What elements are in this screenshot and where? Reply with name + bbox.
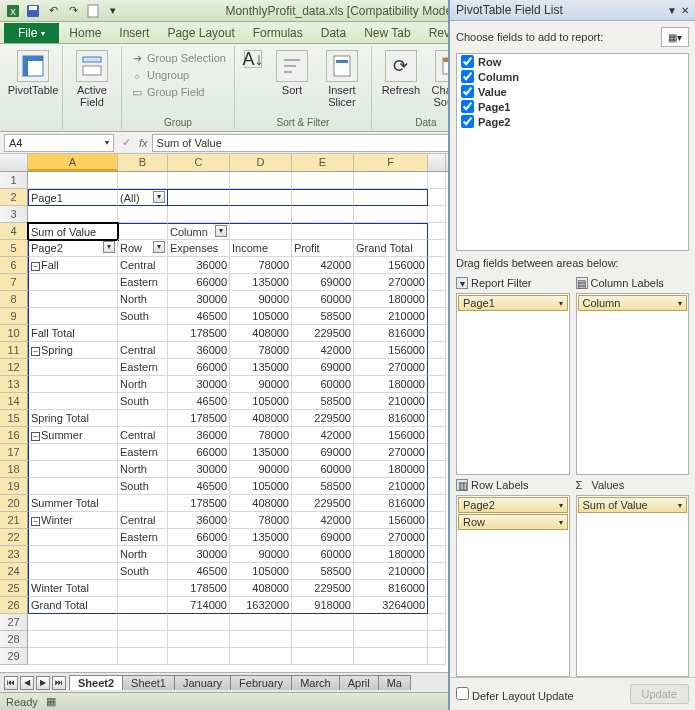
sort-asc-button[interactable]: A↓ bbox=[241, 50, 265, 68]
subtotal-label[interactable]: Summer Total bbox=[28, 495, 118, 512]
row-header[interactable]: 25 bbox=[0, 580, 28, 597]
row-header[interactable]: 6 bbox=[0, 257, 28, 274]
cell[interactable]: 918000 bbox=[292, 597, 354, 614]
cell[interactable] bbox=[428, 444, 446, 461]
cell[interactable]: 180000 bbox=[354, 291, 428, 308]
cell[interactable] bbox=[292, 172, 354, 189]
dropdown-icon[interactable]: ▾ bbox=[104, 2, 122, 20]
cell[interactable]: 135000 bbox=[230, 274, 292, 291]
file-tab[interactable]: File bbox=[4, 23, 59, 43]
cell[interactable]: 156000 bbox=[354, 427, 428, 444]
group-field-button[interactable]: ▭Group Field bbox=[128, 84, 228, 100]
page1-label[interactable]: Page1 bbox=[28, 189, 118, 206]
row-header[interactable]: 15 bbox=[0, 410, 28, 427]
subtotal-label[interactable]: Winter Total bbox=[28, 580, 118, 597]
refresh-button[interactable]: ⟳Refresh bbox=[378, 50, 424, 96]
field-pill[interactable]: Sum of Value bbox=[578, 497, 688, 513]
cell[interactable]: South bbox=[118, 393, 168, 410]
cell[interactable]: 30000 bbox=[168, 291, 230, 308]
cell[interactable] bbox=[28, 461, 118, 478]
ribbon-tab[interactable]: New Tab bbox=[356, 23, 418, 43]
ribbon-tab[interactable]: Data bbox=[313, 23, 354, 43]
save-icon[interactable] bbox=[24, 2, 42, 20]
cell[interactable] bbox=[428, 393, 446, 410]
row-field[interactable]: Row▾ bbox=[118, 240, 168, 257]
cell[interactable] bbox=[28, 546, 118, 563]
cell[interactable]: 69000 bbox=[292, 529, 354, 546]
cell[interactable]: 229500 bbox=[292, 410, 354, 427]
cell[interactable]: 60000 bbox=[292, 461, 354, 478]
redo-icon[interactable]: ↷ bbox=[64, 2, 82, 20]
cell[interactable]: Central bbox=[118, 427, 168, 444]
cell[interactable]: 408000 bbox=[230, 410, 292, 427]
cell[interactable]: 229500 bbox=[292, 495, 354, 512]
cell[interactable]: 90000 bbox=[230, 546, 292, 563]
cell[interactable]: 210000 bbox=[354, 393, 428, 410]
row-header[interactable]: 29 bbox=[0, 648, 28, 665]
cell[interactable]: 46500 bbox=[168, 478, 230, 495]
column-header[interactable]: D bbox=[230, 154, 292, 171]
cell[interactable] bbox=[428, 580, 446, 597]
sheet-tab[interactable]: January bbox=[174, 675, 231, 690]
cell[interactable]: 816000 bbox=[354, 580, 428, 597]
chevron-down-icon[interactable]: ▼ bbox=[667, 5, 677, 16]
cell[interactable] bbox=[428, 614, 446, 631]
field-pill[interactable]: Page1 bbox=[458, 295, 568, 311]
cell[interactable] bbox=[168, 189, 230, 206]
cell[interactable]: 66000 bbox=[168, 444, 230, 461]
cell[interactable] bbox=[168, 648, 230, 665]
cell[interactable] bbox=[428, 597, 446, 614]
cell[interactable] bbox=[428, 563, 446, 580]
column-header[interactable]: C bbox=[168, 154, 230, 171]
sheet-nav-last[interactable]: ⏭ bbox=[52, 676, 66, 690]
cell[interactable] bbox=[28, 359, 118, 376]
cell[interactable] bbox=[428, 512, 446, 529]
cell[interactable]: 36000 bbox=[168, 427, 230, 444]
cell[interactable] bbox=[428, 206, 446, 223]
group-selection-button[interactable]: ➜Group Selection bbox=[128, 50, 228, 66]
collapse-icon[interactable]: − bbox=[31, 517, 40, 526]
cell[interactable]: 90000 bbox=[230, 376, 292, 393]
cell[interactable]: 210000 bbox=[354, 478, 428, 495]
cell[interactable]: 46500 bbox=[168, 308, 230, 325]
cell[interactable]: South bbox=[118, 308, 168, 325]
cell[interactable]: 58500 bbox=[292, 393, 354, 410]
cell[interactable] bbox=[428, 223, 446, 240]
row-header[interactable]: 11 bbox=[0, 342, 28, 359]
dropdown-icon[interactable]: ▾ bbox=[153, 191, 165, 203]
field-list-title-bar[interactable]: PivotTable Field List ▼ ✕ bbox=[450, 0, 695, 21]
sheet-nav-first[interactable]: ⏮ bbox=[4, 676, 18, 690]
cell[interactable] bbox=[28, 308, 118, 325]
cell[interactable] bbox=[428, 631, 446, 648]
cell[interactable]: Profit bbox=[292, 240, 354, 257]
cell[interactable]: 156000 bbox=[354, 512, 428, 529]
cell[interactable]: 42000 bbox=[292, 257, 354, 274]
cell[interactable]: 156000 bbox=[354, 257, 428, 274]
field-checkbox-row[interactable]: Page2 bbox=[457, 114, 688, 129]
field-checkbox[interactable] bbox=[461, 85, 474, 98]
row-header[interactable]: 26 bbox=[0, 597, 28, 614]
cell[interactable]: 78000 bbox=[230, 342, 292, 359]
layout-options-button[interactable]: ▦▾ bbox=[661, 27, 689, 47]
cell[interactable] bbox=[28, 291, 118, 308]
cell[interactable] bbox=[292, 223, 354, 240]
values-area[interactable]: Sum of Value bbox=[576, 495, 690, 677]
field-pill[interactable]: Column bbox=[578, 295, 688, 311]
sheet-tab[interactable]: Ma bbox=[378, 675, 411, 690]
cell[interactable] bbox=[28, 478, 118, 495]
cell[interactable]: North bbox=[118, 376, 168, 393]
subtotal-label[interactable]: Spring Total bbox=[28, 410, 118, 427]
cell[interactable]: 270000 bbox=[354, 359, 428, 376]
cell[interactable]: 90000 bbox=[230, 461, 292, 478]
field-pill[interactable]: Page2 bbox=[458, 497, 568, 513]
cell[interactable] bbox=[428, 529, 446, 546]
ribbon-tab[interactable]: Formulas bbox=[245, 23, 311, 43]
fx-icon[interactable]: fx bbox=[135, 137, 152, 149]
cell[interactable] bbox=[292, 206, 354, 223]
row-header[interactable]: 12 bbox=[0, 359, 28, 376]
row-header[interactable]: 5 bbox=[0, 240, 28, 257]
row-header[interactable]: 4 bbox=[0, 223, 28, 240]
cell[interactable] bbox=[354, 172, 428, 189]
column-labels-area[interactable]: Column bbox=[576, 293, 690, 475]
subtotal-label[interactable]: Fall Total bbox=[28, 325, 118, 342]
